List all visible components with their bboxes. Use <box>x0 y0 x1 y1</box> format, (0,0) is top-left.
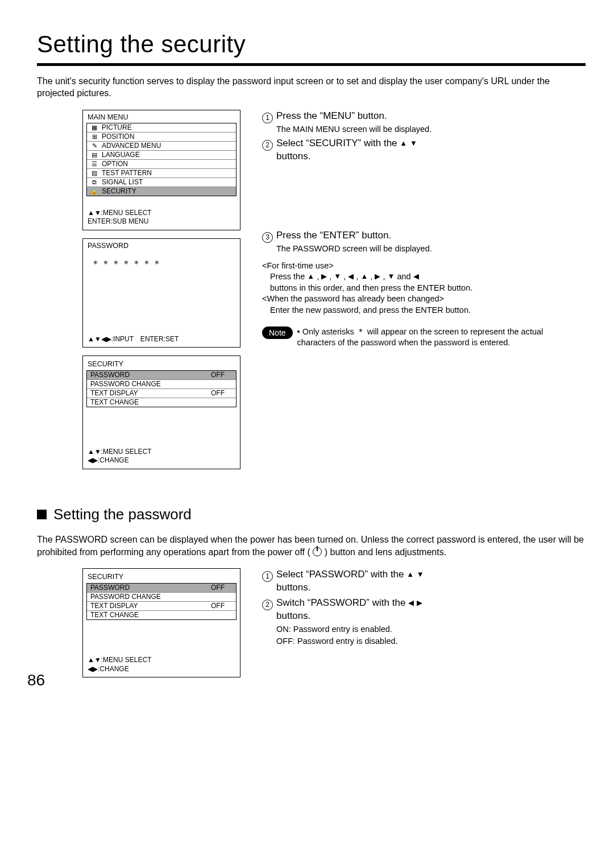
menu-item-icon: 🔒 <box>90 188 98 195</box>
sec2-intro-b: ) button and lens adjustments. <box>325 547 446 557</box>
osd-security-row: TEXT DISPLAYOFF <box>87 602 236 611</box>
menu-item-icon: ▤ <box>90 151 98 158</box>
osd-sec2-footer2: ◀▶:CHANGE <box>88 665 151 674</box>
sb2-b: buttons. <box>276 610 311 621</box>
sb1-b: buttons. <box>276 582 311 593</box>
menu-item-label: LANGUAGE <box>102 151 234 159</box>
step-2-b: buttons. <box>276 151 311 162</box>
osd-password-title: PASSWORD <box>88 241 235 251</box>
step-b1-marker: 1 <box>262 571 273 582</box>
osd-security-row: TEXT CHANGE <box>87 398 236 407</box>
osd-main-menu-row: ☰OPTION <box>87 160 236 169</box>
osd-sec1-footer1: ▲▼:MENU SELECT <box>88 448 151 457</box>
changed-h: <When the password has already been chan… <box>262 294 583 305</box>
osd-password-footer: ▲▼◀▶:INPUT ENTER:SET <box>88 334 179 344</box>
osd-sec2-title: SECURITY <box>86 571 237 583</box>
osd-security-row: PASSWORDOFF <box>87 584 236 593</box>
triangle-up-icon: ▲ <box>307 272 314 280</box>
sec-row-value: OFF <box>211 370 234 379</box>
triangle-down-icon: ▼ <box>410 139 417 147</box>
menu-item-icon: ⊞ <box>90 133 98 140</box>
menu-item-label: POSITION <box>102 133 234 140</box>
triangle-left-icon: ◀ <box>348 272 354 280</box>
note-label: Note <box>262 326 293 339</box>
section-2-heading-text: Setting the password <box>53 505 192 524</box>
menu-item-icon: ✎ <box>90 142 98 149</box>
osd-main-menu-row: ⧉SIGNAL LIST <box>87 178 236 187</box>
osd-main-menu-footer1: ▲▼:MENU SELECT <box>88 209 151 218</box>
sec-row-value: OFF <box>211 388 234 398</box>
changed-l3: Enter the new password, and press the EN… <box>270 305 583 316</box>
step-b2-sub2: OFF: Password entry is disabled. <box>276 636 422 647</box>
step-2-text: Select “SECURITY” with the ▲ ▼ buttons. <box>276 137 417 163</box>
osd-main-menu: MAIN MENU ▦PICTURE⊞POSITION✎ADVANCED MEN… <box>82 110 240 230</box>
menu-item-icon: ▨ <box>90 170 98 176</box>
sec-row-label: PASSWORD CHANGE <box>90 379 208 388</box>
osd-sec2-footer1: ▲▼:MENU SELECT <box>88 656 151 665</box>
osd-main-menu-row: ▤LANGUAGE <box>87 151 236 160</box>
osd-security-row: TEXT CHANGE <box>87 611 236 619</box>
osd-main-menu-row: ⊞POSITION <box>87 133 236 142</box>
osd-main-menu-title: MAIN MENU <box>86 113 237 123</box>
triangle-up-icon: ▲ <box>400 139 407 147</box>
step-b2-marker: 2 <box>262 600 273 610</box>
section-2-heading: Setting the password <box>37 505 586 524</box>
sec-row-label: TEXT DISPLAY <box>90 388 208 398</box>
title-underline <box>37 63 586 66</box>
sec-row-value: OFF <box>211 583 234 592</box>
menu-item-label: TEST PATTERN <box>102 170 234 177</box>
osd-password-stars: ＊＊＊＊＊＊＊ <box>91 258 235 270</box>
sec-row-label: TEXT CHANGE <box>90 398 208 407</box>
section-2-intro: The PASSWORD screen can be displayed whe… <box>37 534 586 558</box>
step-1-text: Press the “MENU” button. <box>276 110 432 123</box>
osd-main-menu-row: ▦PICTURE <box>87 123 236 133</box>
menu-item-label: PICTURE <box>102 124 234 131</box>
step-1-marker: 1 <box>262 113 273 123</box>
first-time-h: <For first-time use> <box>262 261 583 272</box>
sec-row-label: PASSWORD <box>90 583 208 592</box>
triangle-down-icon: ▼ <box>387 272 395 280</box>
triangle-down-icon: ▼ <box>334 272 341 280</box>
osd-main-menu-footer2: ENTER:SUB MENU <box>88 217 151 226</box>
sec-row-label: PASSWORD <box>90 370 208 379</box>
sec-row-label: TEXT DISPLAY <box>90 601 208 610</box>
triangle-up-icon: ▲ <box>406 570 414 578</box>
sec2-intro-a: The PASSWORD screen can be displayed whe… <box>37 535 584 557</box>
osd-security-row: PASSWORD CHANGE <box>87 593 236 602</box>
triangle-right-icon: ▶ <box>417 598 422 607</box>
first-time-l2: buttons in this order, and then press th… <box>270 283 583 294</box>
menu-item-label: SECURITY <box>102 188 234 195</box>
osd-security-2: SECURITY PASSWORDOFFPASSWORD CHANGETEXT … <box>82 568 240 677</box>
step-2-a: Select “SECURITY” with the <box>276 138 400 148</box>
step-3-sub: The PASSWORD screen will be displayed. <box>276 243 432 255</box>
sec-row-value: OFF <box>211 601 234 610</box>
osd-security-row: PASSWORD CHANGE <box>87 380 236 389</box>
menu-item-icon: ▦ <box>90 124 98 131</box>
step-b2-text: Switch “PASSWORD” with the ◀ ▶ buttons. <box>276 597 422 623</box>
osd-security-row: TEXT DISPLAYOFF <box>87 389 236 398</box>
menu-item-label: OPTION <box>102 160 234 168</box>
osd-main-menu-row: ✎ADVANCED MENU <box>87 142 236 151</box>
triangle-right-icon: ▶ <box>375 272 380 280</box>
osd-security-1: SECURITY PASSWORDOFFPASSWORD CHANGETEXT … <box>82 356 240 469</box>
triangle-up-icon: ▲ <box>360 272 368 280</box>
note-text: • Only asterisks ＊ will appear on the sc… <box>297 326 583 349</box>
square-bullet-icon <box>37 510 47 519</box>
menu-item-icon: ☰ <box>90 160 98 167</box>
sb2-a: Switch “PASSWORD” with the <box>276 597 408 608</box>
first-time-arrows: Press the ▲ , ▶ , ▼ , ◀ , ▲ , ▶ , ▼ and … <box>270 271 583 283</box>
step-b1-text: Select “PASSWORD” with the ▲ ▼ buttons. <box>276 568 424 594</box>
osd-password: PASSWORD ＊＊＊＊＊＊＊ ▲▼◀▶:INPUT ENTER:SET <box>82 238 240 348</box>
power-icon <box>313 547 322 556</box>
step-3-marker: 3 <box>262 232 273 243</box>
page-title: Setting the security <box>37 28 586 61</box>
sec-row-label: PASSWORD CHANGE <box>90 592 208 601</box>
step-b2-sub1: ON: Password entry is enabled. <box>276 624 422 635</box>
step-1-sub: The MAIN MENU screen will be displayed. <box>276 124 432 135</box>
triangle-right-icon: ▶ <box>321 272 327 280</box>
sb1-a: Select “PASSWORD” with the <box>276 569 406 580</box>
osd-sec1-title: SECURITY <box>86 358 237 370</box>
osd-security-row: PASSWORDOFF <box>87 371 236 380</box>
osd-main-menu-row: ▨TEST PATTERN <box>87 169 236 178</box>
triangle-left-icon: ◀ <box>408 598 414 607</box>
